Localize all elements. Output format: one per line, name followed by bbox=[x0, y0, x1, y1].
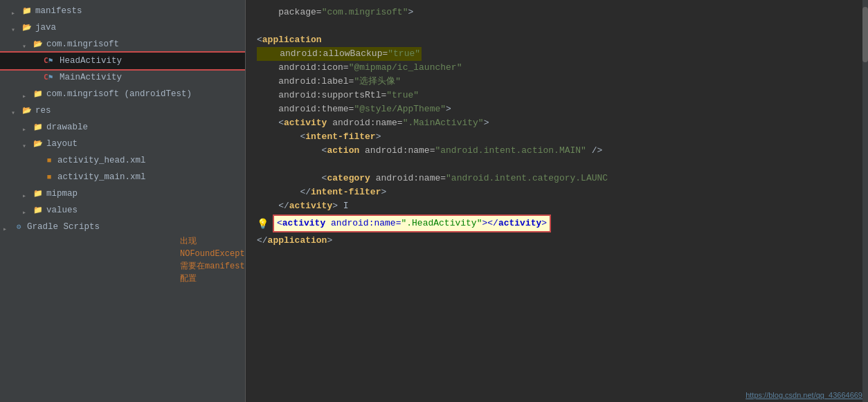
code-line-close-application: </application> bbox=[257, 234, 868, 248]
xml-icon: ■ bbox=[44, 172, 55, 183]
folder-icon: 📁 bbox=[33, 188, 44, 199]
code-text: ".HeadActivity" bbox=[401, 217, 482, 230]
code-text: > bbox=[484, 116, 489, 130]
code-text: android:label= bbox=[257, 75, 354, 89]
sidebar-item-label: res bbox=[35, 104, 51, 118]
code-text: > bbox=[446, 102, 451, 116]
code-editor[interactable]: package="com.mingrisoft"> <application a… bbox=[246, 0, 868, 402]
code-text: </ bbox=[257, 234, 268, 248]
folder-icon: 📁 bbox=[33, 89, 44, 100]
arrow-icon bbox=[22, 90, 30, 98]
code-text: < bbox=[257, 116, 284, 130]
code-text: android:name= bbox=[325, 217, 401, 230]
code-text: android:name= bbox=[359, 144, 435, 158]
sidebar-item-label: drawable bbox=[46, 120, 88, 134]
folder-icon: 📁 bbox=[33, 205, 44, 216]
cursor: I bbox=[338, 199, 349, 213]
code-text: android:allowBackup="true" bbox=[257, 47, 422, 61]
code-text: < bbox=[277, 217, 282, 230]
sidebar-item-java[interactable]: 📂 java bbox=[0, 19, 245, 36]
code-text: "android.intent.action.MAIN" bbox=[435, 144, 586, 158]
sidebar-item-values[interactable]: 📁 values bbox=[0, 202, 245, 219]
code-text: < bbox=[257, 130, 305, 144]
sidebar-item-com-mingrisoft-test[interactable]: 📁 com.mingrisoft (androidTest) bbox=[0, 86, 245, 102]
sidebar-item-main-activity[interactable]: ▸ C⚑ MainActivity bbox=[0, 69, 245, 86]
sidebar-item-activity-main-xml[interactable]: ■ activity_main.xml bbox=[0, 169, 245, 185]
code-line-application: <application bbox=[257, 33, 868, 47]
scrollbar-thumb[interactable] bbox=[862, 7, 868, 62]
arrow-icon bbox=[22, 123, 30, 131]
code-text: < bbox=[257, 144, 327, 158]
sidebar-item-label: com.mingrisoft bbox=[46, 37, 119, 51]
code-line-package: package="com.mingrisoft"> bbox=[257, 6, 868, 19]
code-line-main-activity: <activity android:name=".MainActivity"> bbox=[257, 116, 868, 130]
annotation-line2: 需要在manifests中配置 bbox=[180, 260, 246, 285]
code-text: android:icon= bbox=[257, 61, 349, 75]
sidebar-item-mipmap[interactable]: 📁 mipmap bbox=[0, 185, 245, 202]
annotation-line1: 出现NOFoundException bbox=[180, 235, 246, 260]
sidebar-item-label: manifests bbox=[35, 4, 82, 18]
sidebar-item-layout[interactable]: 📂 layout bbox=[0, 136, 245, 152]
folder-icon: 📁 bbox=[21, 6, 33, 17]
annotation-box: 出现NOFoundException 需要在manifests中配置 bbox=[180, 235, 246, 285]
code-text: activity bbox=[284, 116, 327, 130]
code-line-category: <category android:name="android.intent.c… bbox=[257, 172, 868, 185]
code-text: application bbox=[268, 234, 327, 248]
code-line-empty2 bbox=[257, 158, 868, 172]
vertical-scrollbar[interactable] bbox=[862, 0, 868, 402]
sidebar-item-gradle-scripts[interactable]: ⚙ Gradle Scripts bbox=[0, 219, 245, 235]
main-activity-icon: C⚑ bbox=[44, 72, 57, 83]
arrow-icon bbox=[11, 7, 19, 15]
code-text: > bbox=[541, 217, 547, 230]
sidebar-item-label: Gradle Scripts bbox=[27, 220, 100, 234]
code-text: ></ bbox=[482, 217, 498, 230]
sidebar-item-label: HeadActivity bbox=[60, 54, 122, 68]
code-text: > bbox=[376, 130, 381, 144]
sidebar-item-label: com.mingrisoft (androidTest) bbox=[46, 87, 192, 101]
sidebar-item-head-activity[interactable]: ▸ C⚑ HeadActivity bbox=[0, 53, 245, 69]
code-text: "android.intent.category.LAUNC bbox=[446, 172, 608, 185]
folder-open-icon: 📂 bbox=[33, 39, 44, 50]
sidebar-item-label: mipmap bbox=[46, 187, 78, 201]
code-text: "com.mingrisoft" bbox=[322, 6, 408, 19]
code-text: /> bbox=[586, 144, 602, 158]
head-activity-icon: C⚑ bbox=[44, 55, 57, 66]
watermark: https://blog.csdn.net/qq_43664669 bbox=[745, 391, 862, 399]
code-text: activity bbox=[498, 217, 541, 230]
code-line-head-activity: <activity android:name=".HeadActivity"><… bbox=[273, 214, 551, 232]
code-line-supportsrtl: android:supportsRtl="true" bbox=[257, 89, 868, 102]
code-line-empty1 bbox=[257, 19, 868, 33]
gradle-icon: ⚙ bbox=[13, 221, 24, 232]
bulb-icon: 💡 bbox=[257, 218, 269, 230]
code-line-label: android:label="选择头像" bbox=[257, 75, 868, 89]
arrow-icon bbox=[22, 206, 30, 214]
sidebar-item-manifests[interactable]: 📁 manifests bbox=[0, 3, 245, 19]
code-text: "@style/AppTheme" bbox=[354, 102, 446, 116]
code-line-allowbackup: android:allowBackup="true" bbox=[257, 47, 868, 61]
code-text: </ bbox=[257, 185, 311, 199]
code-text: activity bbox=[282, 217, 325, 230]
project-sidebar: 📁 manifests 📂 java 📂 com.mingrisoft ▸ C⚑… bbox=[0, 0, 246, 402]
sidebar-item-activity-head-xml[interactable]: ■ activity_head.xml bbox=[0, 152, 245, 169]
code-text: ".MainActivity" bbox=[403, 116, 484, 130]
sidebar-item-label: activity_head.xml bbox=[57, 154, 146, 167]
arrow-icon bbox=[3, 223, 11, 231]
sidebar-item-com-mingrisoft[interactable]: 📂 com.mingrisoft bbox=[0, 36, 245, 53]
folder-icon: 📁 bbox=[33, 122, 44, 133]
code-line-close-intent-filter: </intent-filter> bbox=[257, 185, 868, 199]
code-line-icon: android:icon="@mipmap/ic_launcher" bbox=[257, 61, 868, 75]
code-text: "选择头像" bbox=[354, 75, 401, 89]
sidebar-item-res[interactable]: 📂 res bbox=[0, 102, 245, 119]
code-text: category bbox=[327, 172, 370, 185]
sidebar-item-label: values bbox=[46, 203, 78, 217]
arrow-icon bbox=[11, 107, 19, 115]
code-line-close-activity: </activity> I bbox=[257, 199, 868, 213]
sidebar-item-label: MainActivity bbox=[60, 71, 122, 84]
folder-open-icon: 📂 bbox=[21, 105, 33, 116]
code-text: android:name= bbox=[370, 172, 446, 185]
code-text: action bbox=[327, 144, 359, 158]
sidebar-item-drawable[interactable]: 📁 drawable bbox=[0, 119, 245, 136]
code-text: intent-filter bbox=[311, 185, 381, 199]
code-text: intent-filter bbox=[305, 130, 375, 144]
sidebar-item-label: activity_main.xml bbox=[57, 170, 146, 184]
